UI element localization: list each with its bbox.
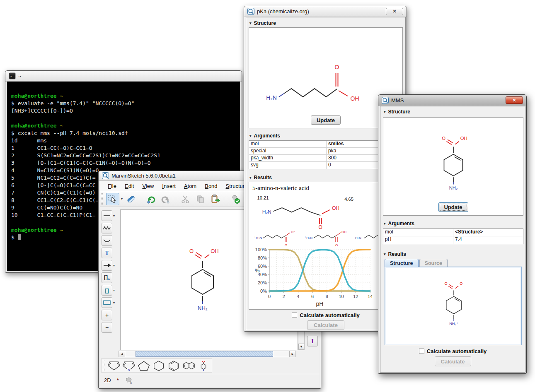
eraser-icon bbox=[126, 194, 136, 204]
dropdown-arrow-icon[interactable]: ▾ bbox=[121, 197, 123, 201]
template-cyclohexane-button[interactable] bbox=[152, 359, 166, 372]
argument-value[interactable]: 7.4 bbox=[453, 236, 523, 244]
arrow-left-icon: ◄ bbox=[120, 352, 123, 356]
chain-button[interactable] bbox=[102, 223, 112, 233]
svg-text:H₂N: H₂N bbox=[355, 236, 361, 240]
calculate-button[interactable]: Calculate bbox=[435, 356, 471, 366]
scrollbar-thumb[interactable] bbox=[136, 351, 273, 357]
svg-text:⁺H₃N: ⁺H₃N bbox=[254, 236, 262, 240]
arc-button[interactable] bbox=[102, 235, 112, 246]
single-bond-icon bbox=[102, 211, 111, 220]
arguments-section-header[interactable]: ▾ Arguments bbox=[249, 133, 280, 139]
copy-button[interactable] bbox=[194, 193, 207, 205]
cyclohexane-icon bbox=[152, 360, 165, 371]
copy-icon bbox=[196, 194, 206, 204]
decrease-charge-button[interactable]: − bbox=[102, 322, 112, 333]
paste-button[interactable] bbox=[209, 193, 222, 205]
check-structure-icon bbox=[230, 194, 240, 204]
amine-label: H₂N bbox=[266, 94, 277, 101]
dimension-label: 2D bbox=[104, 377, 111, 383]
terminal-line bbox=[11, 85, 236, 92]
structure-section-header[interactable]: ▾ Structure bbox=[384, 109, 410, 115]
menu-edit[interactable]: Edit bbox=[121, 182, 138, 190]
pka-input-molecule: H₂N O OH bbox=[260, 58, 372, 111]
menu-bond[interactable]: Bond bbox=[201, 182, 221, 190]
svg-text:O: O bbox=[335, 243, 338, 247]
arguments-section-header[interactable]: ▾ Arguments bbox=[384, 221, 414, 226]
calculate-automatically-checkbox[interactable] bbox=[292, 313, 297, 318]
pka-titlebar[interactable]: pKa (chemicalize.org) ✕ bbox=[244, 6, 407, 17]
rectangle-button[interactable] bbox=[102, 297, 112, 308]
arc-icon bbox=[102, 236, 111, 245]
calculate-button[interactable]: Calculate bbox=[307, 320, 344, 330]
redo-button[interactable] bbox=[159, 193, 172, 205]
collapse-arrow-icon: ▾ bbox=[249, 21, 252, 25]
scroll-left-button[interactable]: ◄ bbox=[119, 351, 125, 357]
collapse-arrow-icon: ▾ bbox=[249, 134, 252, 138]
terminal-line: $ cxcalc mms --pH 7.4 mols/nci10.sdf bbox=[11, 130, 236, 137]
text-tool-button[interactable]: T bbox=[102, 248, 112, 258]
eraser-button[interactable] bbox=[124, 193, 138, 205]
mms-titlebar[interactable]: MMS ✕ bbox=[378, 95, 526, 106]
dropdown-arrow-icon[interactable]: ▾ bbox=[113, 301, 115, 305]
tab-source[interactable]: Source bbox=[419, 259, 448, 267]
check-structure-button[interactable] bbox=[229, 193, 242, 205]
argument-value[interactable]: <Structure> bbox=[453, 229, 523, 236]
calculate-automatically-checkbox[interactable] bbox=[419, 349, 424, 354]
argument-name: svg bbox=[249, 162, 327, 169]
toolbar-handle[interactable] bbox=[101, 193, 104, 205]
increase-charge-button[interactable]: + bbox=[102, 310, 112, 320]
single-bond-button[interactable] bbox=[102, 210, 112, 221]
cut-button[interactable] bbox=[179, 193, 192, 205]
tab-structure[interactable]: Structure bbox=[385, 259, 419, 267]
select-rectangle-button[interactable] bbox=[106, 193, 119, 205]
pka-value-acid: 4.65 bbox=[344, 197, 353, 202]
argument-name: mol bbox=[249, 141, 327, 147]
undo-button[interactable] bbox=[144, 193, 157, 205]
template-cyclopentadiene-button[interactable] bbox=[107, 359, 121, 372]
pka-app-icon bbox=[247, 8, 254, 15]
atom-iodine-button[interactable]: I bbox=[307, 336, 318, 346]
repeat-group-button[interactable]: [ ]n bbox=[102, 272, 112, 283]
menu-atom[interactable]: Atom bbox=[180, 182, 200, 190]
menu-file[interactable]: File bbox=[104, 182, 120, 190]
dropdown-arrow-icon[interactable]: ▾ bbox=[113, 289, 115, 292]
terminal-titlebar[interactable]: >_ ~ bbox=[5, 71, 242, 82]
mms-structure-panel[interactable]: Update bbox=[383, 117, 523, 216]
dropdown-arrow-icon[interactable]: ▾ bbox=[113, 214, 115, 218]
update-button[interactable]: Update bbox=[438, 202, 468, 212]
argument-name: special bbox=[249, 148, 327, 154]
checkbox-label: Calculate automatically bbox=[300, 312, 360, 318]
update-button[interactable]: Update bbox=[311, 115, 341, 125]
svg-text:80%: 80% bbox=[258, 255, 267, 260]
toolbar-handle[interactable] bbox=[102, 360, 105, 371]
menu-view[interactable]: View bbox=[138, 182, 157, 190]
close-icon: ✕ bbox=[392, 9, 396, 14]
menu-insert[interactable]: Insert bbox=[158, 182, 179, 190]
scroll-down-button[interactable]: ▼ bbox=[298, 344, 304, 350]
arrow-button[interactable] bbox=[102, 260, 112, 271]
horizontal-scrollbar[interactable]: ◄ ► bbox=[119, 351, 296, 357]
mms-window: MMS ✕ ▾ Structure Update ▾ Arguments mol… bbox=[378, 94, 527, 374]
dropdown-arrow-icon[interactable]: ▾ bbox=[113, 264, 115, 267]
structure-section-header[interactable]: ▾ Structure bbox=[249, 20, 276, 26]
canvas-molecule bbox=[178, 246, 228, 313]
brackets-button[interactable]: [ ] bbox=[102, 285, 112, 296]
template-cyclopentane-button[interactable] bbox=[137, 359, 151, 372]
template-benzene-button[interactable] bbox=[167, 359, 181, 372]
update-label: Update bbox=[317, 117, 335, 123]
close-button[interactable]: ✕ bbox=[506, 96, 523, 104]
svg-text:x: x bbox=[130, 381, 132, 384]
collapse-arrow-icon: ▾ bbox=[384, 221, 386, 226]
template-naphthalene-button[interactable] bbox=[182, 359, 196, 372]
redo-icon bbox=[161, 194, 171, 204]
terminal-line: 1 CC1=CC(=O)C=CC1=O bbox=[11, 144, 236, 152]
template-custom-template-button[interactable] bbox=[196, 359, 211, 372]
results-section-header[interactable]: ▾ Results bbox=[249, 175, 272, 180]
results-section-header[interactable]: ▾ Results bbox=[384, 251, 406, 257]
svg-text:8: 8 bbox=[326, 294, 328, 299]
svg-text:4: 4 bbox=[297, 294, 299, 299]
scroll-right-button[interactable]: ► bbox=[289, 351, 295, 357]
close-button[interactable]: ✕ bbox=[386, 8, 403, 15]
template-pyrrole-button[interactable]: N bbox=[122, 359, 136, 372]
